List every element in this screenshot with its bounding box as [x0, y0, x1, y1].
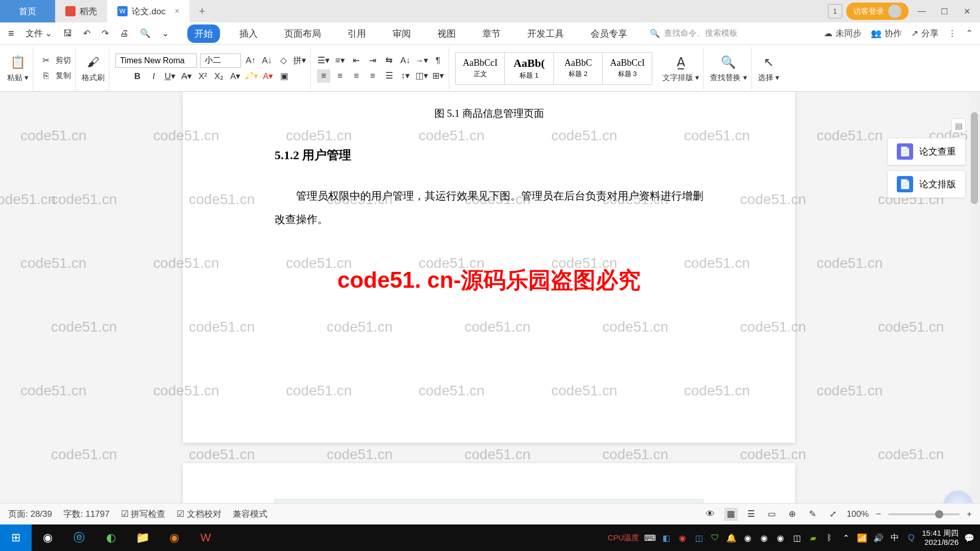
zoom-slider[interactable] [888, 513, 960, 515]
tray-volume-icon[interactable]: 🔊 [873, 532, 884, 543]
font-family-select[interactable] [115, 54, 197, 68]
style-normal[interactable]: AaBbCcI正文 [456, 53, 505, 84]
superscript-icon[interactable]: X² [196, 70, 209, 83]
collab-button[interactable]: 👥协作 [871, 28, 902, 39]
tab-chapter[interactable]: 章节 [475, 24, 508, 43]
annotate-icon[interactable]: ✎ [806, 508, 819, 521]
cpu-temp[interactable]: CPU温度 [608, 533, 640, 543]
undo-icon[interactable]: ↶ [79, 25, 94, 42]
indent-icon[interactable]: ⇥ [366, 54, 379, 67]
task-app2[interactable]: ◉ [158, 524, 190, 551]
start-button[interactable]: ⊞ [0, 524, 32, 551]
preview-icon[interactable]: 🔍 [136, 25, 155, 42]
tab-devtools[interactable]: 开发工具 [520, 24, 571, 43]
proofread-toggle[interactable]: ☑ 文档校对 [177, 508, 222, 520]
file-menu[interactable]: 文件 ⌄ [21, 24, 56, 42]
tab-document[interactable]: W论文.doc× [107, 0, 189, 22]
outdent-icon[interactable]: ⇤ [350, 54, 363, 67]
highlight-icon[interactable]: 🖍▾ [245, 70, 258, 83]
taskbar-clock[interactable]: 15:41 周四2021/8/26 [922, 529, 959, 547]
more-quickaccess[interactable]: ⌄ [158, 25, 173, 42]
copy-icon[interactable]: ⎘ [39, 69, 53, 83]
tray-q-icon[interactable]: Q [905, 532, 917, 543]
style-heading2[interactable]: AaBbC标题 2 [554, 53, 603, 84]
tab-review[interactable]: 审阅 [385, 24, 418, 43]
tray-icon-6[interactable]: ◉ [758, 532, 770, 543]
counter-badge[interactable]: 1 [828, 4, 842, 18]
eye-icon[interactable]: 👁 [704, 508, 717, 521]
web-view-icon[interactable]: ⊕ [786, 508, 799, 521]
spellcheck-toggle[interactable]: ☑ 拼写检查 [121, 508, 166, 520]
justify-icon[interactable]: ≡ [366, 69, 379, 83]
tray-chevron-icon[interactable]: ⌃ [840, 532, 851, 543]
find-replace-icon[interactable]: 🔍 [720, 54, 737, 71]
hamburger-icon[interactable]: ≡ [4, 24, 18, 42]
word-count[interactable]: 字数: 11797 [63, 508, 110, 520]
scroll-thumb[interactable] [971, 112, 978, 204]
text-layout-icon[interactable]: A̲ [672, 54, 690, 71]
page-indicator[interactable]: 页面: 28/39 [8, 508, 52, 520]
align-left-icon[interactable]: ≡ [317, 69, 330, 83]
strike-icon[interactable]: A̶▾ [180, 70, 193, 83]
task-360[interactable]: ◐ [95, 524, 127, 551]
line-spacing-icon[interactable]: ↕▾ [399, 69, 412, 83]
tray-ime[interactable]: 中 [889, 532, 900, 543]
action-center-icon[interactable]: 💬 [964, 532, 975, 543]
side-toggle-icon[interactable]: ▤ [951, 118, 966, 133]
tray-notif-icon[interactable]: 🔔 [726, 532, 737, 543]
close-window-button[interactable]: ✕ [958, 4, 976, 19]
tab-char-icon[interactable]: →▾ [415, 54, 428, 67]
char-border-icon[interactable]: ▣ [278, 70, 291, 83]
vertical-scrollbar[interactable] [969, 92, 980, 524]
save-icon[interactable]: 🖫 [59, 26, 76, 42]
share-button[interactable]: ↗分享 [911, 28, 939, 39]
tray-icon-4[interactable]: 🛡 [709, 532, 721, 543]
outline-view-icon[interactable]: ☰ [745, 508, 758, 521]
tray-icon-7[interactable]: ◉ [775, 532, 786, 543]
plagiarism-check-button[interactable]: 📄论文查重 [887, 138, 966, 165]
maximize-button[interactable]: ☐ [935, 4, 953, 19]
style-heading1[interactable]: AaBb(标题 1 [505, 53, 554, 84]
tab-view[interactable]: 视图 [430, 24, 463, 43]
font-color-icon[interactable]: A▾ [261, 70, 275, 83]
tray-icon-5[interactable]: ◉ [742, 532, 753, 543]
cut-icon[interactable]: ✂ [39, 54, 53, 67]
zoom-thumb[interactable] [935, 510, 943, 518]
tray-bluetooth-icon[interactable]: ᛒ [824, 532, 835, 543]
page-view-icon[interactable]: ▦ [724, 508, 738, 521]
bold-icon[interactable]: B [131, 70, 144, 83]
tab-daoke[interactable]: 稻壳 [55, 0, 107, 22]
zoom-in-button[interactable]: + [967, 509, 972, 519]
redo-icon[interactable]: ↷ [97, 25, 113, 42]
tray-icon-2[interactable]: ◉ [677, 532, 688, 543]
clear-format-icon[interactable]: ◇ [277, 54, 290, 67]
more-menu-icon[interactable]: ⋮ [948, 28, 957, 39]
align-center-icon[interactable]: ≡ [333, 69, 347, 83]
sort-icon[interactable]: A↓ [399, 54, 412, 67]
underline-icon[interactable]: U▾ [163, 70, 177, 83]
borders-icon[interactable]: ⊞▾ [431, 69, 445, 83]
tray-icon-3[interactable]: ◫ [693, 532, 704, 543]
command-search[interactable]: 🔍查找命令、搜索模板 [650, 28, 738, 39]
task-wps[interactable]: W [190, 524, 222, 551]
tab-insert[interactable]: 插入 [232, 24, 265, 43]
format-painter-icon[interactable]: 🖌 [85, 54, 102, 71]
text-effect-icon[interactable]: A▾ [229, 70, 242, 83]
fit-width-icon[interactable]: ⤢ [826, 508, 840, 521]
print-icon[interactable]: 🖨 [116, 26, 133, 42]
font-size-select[interactable] [200, 54, 241, 68]
paste-icon[interactable]: 📋 [9, 54, 27, 71]
style-heading3[interactable]: AaBbCcI标题 3 [603, 53, 652, 84]
bullets-icon[interactable]: ☰▾ [317, 54, 330, 67]
tab-pagelayout[interactable]: 页面布局 [277, 24, 328, 43]
task-explorer[interactable]: 📁 [127, 524, 158, 551]
task-app1[interactable]: ◉ [32, 524, 63, 551]
task-ie[interactable]: ⓔ [63, 524, 95, 551]
tray-nvidia-icon[interactable]: ▰ [807, 532, 819, 543]
grow-font-icon[interactable]: A↑ [244, 54, 257, 67]
tab-reference[interactable]: 引用 [340, 24, 373, 43]
collapse-ribbon-icon[interactable]: ⌃ [966, 28, 973, 39]
read-view-icon[interactable]: ▭ [765, 508, 778, 521]
guest-login-button[interactable]: 访客登录 [846, 3, 909, 20]
shrink-font-icon[interactable]: A↓ [260, 54, 274, 67]
